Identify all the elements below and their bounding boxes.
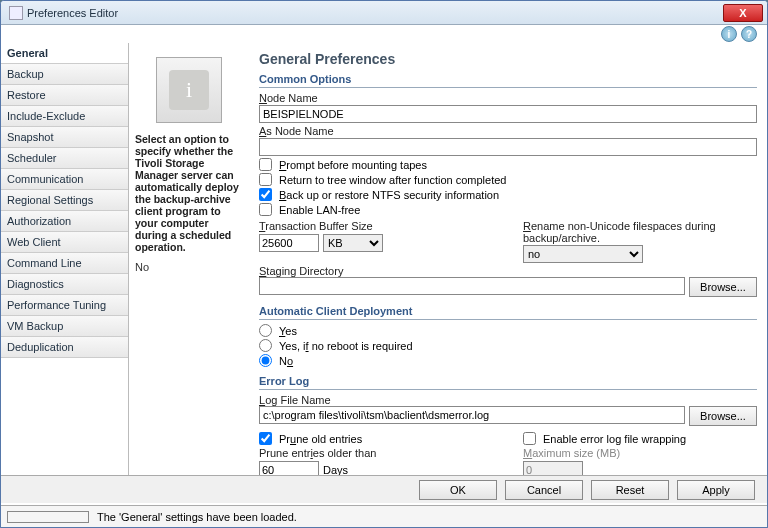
sidebar-item-scheduler[interactable]: Scheduler	[1, 148, 128, 169]
section-common: Common Options Node Name As Node Name Pr…	[259, 71, 757, 297]
opt-prompt-row: Prompt before mounting tapes	[259, 158, 757, 171]
maxsize-label: Maximum size (MB)	[523, 447, 757, 459]
info-description: Select an option to specify whether the …	[135, 133, 243, 253]
sidebar-item-restore[interactable]: Restore	[1, 85, 128, 106]
tbs-value[interactable]	[259, 234, 319, 252]
tbs-rename-row: Transaction Buffer Size KB Rename non-Un…	[259, 218, 757, 263]
rename-label: Rename non-Unicode filespaces during bac…	[523, 220, 757, 244]
opt-prompt-label: Prompt before mounting tapes	[279, 159, 427, 171]
as-node-input[interactable]	[259, 138, 757, 156]
info-current: No	[135, 261, 243, 273]
status-bar: The 'General' settings have been loaded.	[1, 505, 767, 527]
common-heading: Common Options	[259, 71, 757, 88]
acd-yes-noreboot-label: Yes, if no reboot is required	[279, 340, 413, 352]
node-name-input[interactable]	[259, 105, 757, 123]
staging-input[interactable]	[259, 277, 685, 295]
logfile-input[interactable]	[259, 406, 685, 424]
status-text: The 'General' settings have been loaded.	[97, 511, 297, 523]
chk-return[interactable]	[259, 173, 272, 186]
opt-return-label: Return to tree window after function com…	[279, 174, 506, 186]
tbs-unit[interactable]: KB	[323, 234, 383, 252]
app-icon	[9, 6, 23, 20]
sidebar-item-diagnostics[interactable]: Diagnostics	[1, 274, 128, 295]
info-icon[interactable]: i	[721, 26, 737, 42]
chk-prune[interactable]	[259, 432, 272, 445]
progress-bar	[7, 511, 89, 523]
sidebar-item-general[interactable]: General	[1, 43, 128, 64]
opt-ntfs-label: Back up or restore NTFS security informa…	[279, 189, 499, 201]
prune-label: Prune old entries	[279, 433, 362, 445]
info-large-icon: i	[156, 57, 222, 123]
acd-yes-noreboot[interactable]	[259, 339, 272, 352]
cancel-button[interactable]: Cancel	[505, 480, 583, 500]
close-button[interactable]: X	[723, 4, 763, 22]
window-title-text: Preferences Editor	[27, 7, 118, 19]
info-panel: i Select an option to specify whether th…	[129, 43, 249, 503]
sidebar-item-commandline[interactable]: Command Line	[1, 253, 128, 274]
main-panel: General Preferences Common Options Node …	[249, 43, 767, 503]
sidebar-item-webclient[interactable]: Web Client	[1, 232, 128, 253]
acd-no[interactable]	[259, 354, 272, 367]
sidebar-item-perftuning[interactable]: Performance Tuning	[1, 295, 128, 316]
node-name-label: Node Name	[259, 92, 757, 104]
sidebar-item-authorization[interactable]: Authorization	[1, 211, 128, 232]
errorlog-heading: Error Log	[259, 373, 757, 390]
info-glyph: i	[169, 70, 209, 110]
sidebar: General Backup Restore Include-Exclude S…	[1, 43, 129, 503]
apply-button[interactable]: Apply	[677, 480, 755, 500]
button-bar: OK Cancel Reset Apply	[1, 475, 767, 503]
acd-heading: Automatic Client Deployment	[259, 303, 757, 320]
opt-lanfree-label: Enable LAN-free	[279, 204, 360, 216]
sidebar-item-regional[interactable]: Regional Settings	[1, 190, 128, 211]
opt-lanfree-row: Enable LAN-free	[259, 203, 757, 216]
section-acd: Automatic Client Deployment Yes Yes, if …	[259, 303, 757, 367]
close-icon: X	[739, 7, 746, 19]
sidebar-item-dedup[interactable]: Deduplication	[1, 337, 128, 358]
reset-button[interactable]: Reset	[591, 480, 669, 500]
window-title: Preferences Editor	[5, 6, 118, 20]
wrap-label: Enable error log file wrapping	[543, 433, 686, 445]
sidebar-item-communication[interactable]: Communication	[1, 169, 128, 190]
chk-ntfs[interactable]	[259, 188, 272, 201]
logfile-browse-button[interactable]: Browse...	[689, 406, 757, 426]
acd-yes[interactable]	[259, 324, 272, 337]
older-label: Prune entries older than	[259, 447, 493, 459]
chk-prompt[interactable]	[259, 158, 272, 171]
sidebar-item-backup[interactable]: Backup	[1, 64, 128, 85]
body: General Backup Restore Include-Exclude S…	[1, 43, 767, 503]
help-row: i ?	[1, 25, 767, 43]
sidebar-item-snapshot[interactable]: Snapshot	[1, 127, 128, 148]
help-icon[interactable]: ?	[741, 26, 757, 42]
ok-button[interactable]: OK	[419, 480, 497, 500]
sidebar-item-vmbackup[interactable]: VM Backup	[1, 316, 128, 337]
staging-label: Staging Directory	[259, 265, 757, 277]
acd-yes-label: Yes	[279, 325, 297, 337]
titlebar: Preferences Editor X	[1, 1, 767, 25]
acd-no-label: No	[279, 355, 293, 367]
logfile-label: Log File Name	[259, 394, 757, 406]
tbs-label: Transaction Buffer Size	[259, 220, 493, 232]
page-title: General Preferences	[259, 51, 757, 67]
opt-return-row: Return to tree window after function com…	[259, 173, 757, 186]
sidebar-item-include-exclude[interactable]: Include-Exclude	[1, 106, 128, 127]
opt-ntfs-row: Back up or restore NTFS security informa…	[259, 188, 757, 201]
staging-browse-button[interactable]: Browse...	[689, 277, 757, 297]
preferences-window: Preferences Editor X i ? General Backup …	[0, 0, 768, 528]
chk-lanfree[interactable]	[259, 203, 272, 216]
as-node-label: As Node Name	[259, 125, 757, 137]
rename-select[interactable]: no	[523, 245, 643, 263]
chk-wrap[interactable]	[523, 432, 536, 445]
